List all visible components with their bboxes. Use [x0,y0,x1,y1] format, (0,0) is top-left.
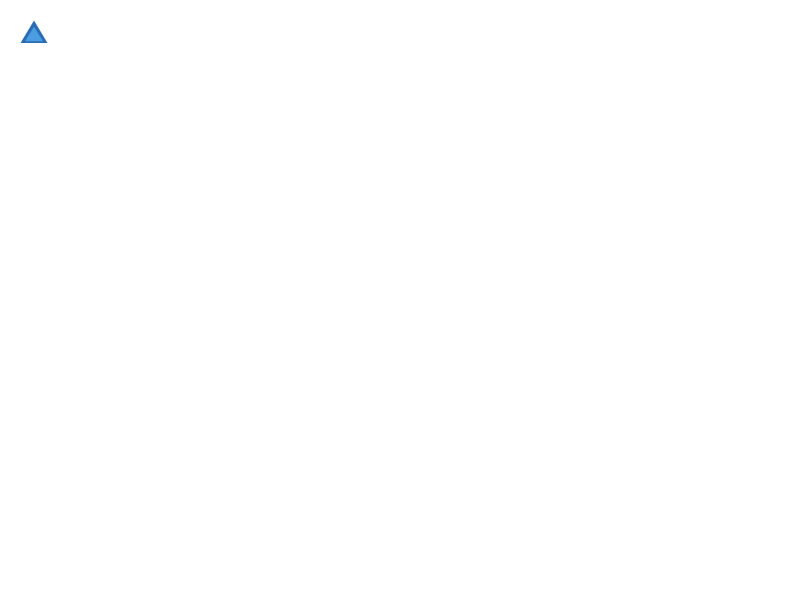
logo-icon [16,16,52,52]
page-header [16,16,776,52]
logo [16,16,56,52]
